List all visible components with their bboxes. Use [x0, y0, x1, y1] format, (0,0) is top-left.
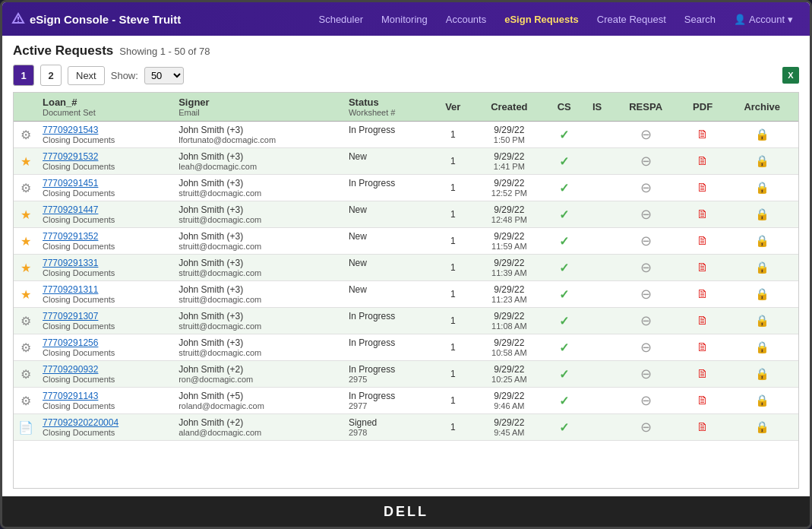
row-archive-cell[interactable]: 🔒 [725, 148, 798, 175]
next-page-button[interactable]: Next [68, 66, 105, 85]
respa-minus-icon: ⊖ [640, 180, 652, 195]
loan-number-link[interactable]: 77709291532 [43, 151, 98, 162]
loan-number-link[interactable]: 77709291307 [43, 311, 98, 322]
row-archive-cell[interactable]: 🔒 [725, 175, 798, 201]
loan-number-link[interactable]: 77709291451 [43, 178, 98, 188]
nav-account[interactable]: 👤 Account ▾ [726, 9, 801, 30]
row-icon-cell[interactable]: ★ [14, 228, 38, 255]
col-respa: RESPA [612, 93, 680, 122]
row-icon-cell[interactable]: ★ [14, 201, 38, 228]
row-archive-cell[interactable]: 🔒 [725, 308, 798, 334]
row-pdf-cell[interactable]: 🗎 [680, 334, 726, 361]
loan-number-link[interactable]: 77709291331 [43, 258, 98, 268]
row-pdf-cell[interactable]: 🗎 [680, 228, 726, 255]
row-loan-cell: 777092920220004 Closing Documents [38, 414, 174, 441]
row-signer-cell: John Smith (+3) leah@docmagic.com [174, 148, 344, 175]
signer-name: John Smith (+2) [179, 364, 340, 375]
row-archive-cell[interactable]: 🔒 [725, 228, 798, 255]
row-archive-cell[interactable]: 🔒 [725, 255, 798, 281]
row-cs-cell: ✓ [546, 388, 583, 414]
row-archive-cell[interactable]: 🔒 [725, 414, 798, 441]
signer-email: struitt@docmagic.com [179, 188, 340, 198]
date-main: 9/29/22 [477, 311, 542, 322]
cs-check-icon: ✓ [559, 261, 569, 274]
row-loan-cell: 77709291256 Closing Documents [38, 334, 174, 361]
row-is-cell [583, 175, 612, 201]
row-archive-cell[interactable]: 🔒 [725, 122, 798, 148]
row-archive-cell[interactable]: 🔒 [725, 281, 798, 308]
row-pdf-cell[interactable]: 🗎 [680, 175, 726, 201]
row-icon-cell[interactable]: ★ [14, 255, 38, 281]
loan-number-link[interactable]: 77709291311 [43, 284, 98, 295]
row-pdf-cell[interactable]: 🗎 [680, 361, 726, 388]
nav-accounts[interactable]: Accounts [438, 9, 494, 30]
row-archive-cell[interactable]: 🔒 [725, 388, 798, 414]
row-status-cell: In Progress [344, 308, 434, 334]
row-icon-cell[interactable]: 📄 [14, 414, 38, 441]
pdf-icon: 🗎 [697, 394, 709, 407]
row-date-cell: 9/29/22 10:25 AM [472, 361, 546, 388]
loan-number-link[interactable]: 77709291543 [43, 125, 98, 135]
row-icon-cell[interactable]: ⚙ [14, 175, 38, 201]
loan-number-link[interactable]: 77709291143 [43, 391, 98, 401]
row-ver-cell: 1 [434, 148, 473, 175]
doc-set-label: Closing Documents [43, 322, 169, 331]
signer-name: John Smith (+3) [179, 337, 340, 348]
row-cs-cell: ✓ [546, 255, 583, 281]
row-icon-cell[interactable]: ⚙ [14, 334, 38, 361]
row-icon-cell[interactable]: ★ [14, 148, 38, 175]
nav-search[interactable]: Search [677, 9, 723, 30]
nav-esign-requests[interactable]: eSign Requests [497, 9, 586, 30]
status-text: New [349, 284, 429, 295]
loan-number-link[interactable]: 77709291352 [43, 231, 98, 242]
status-text: In Progress [349, 364, 429, 375]
row-pdf-cell[interactable]: 🗎 [680, 201, 726, 228]
row-icon-cell[interactable]: ★ [14, 281, 38, 308]
export-excel-button[interactable]: X [782, 67, 799, 84]
row-cs-cell: ✓ [546, 228, 583, 255]
row-pdf-cell[interactable]: 🗎 [680, 388, 726, 414]
row-pdf-cell[interactable]: 🗎 [680, 255, 726, 281]
date-time: 1:50 PM [477, 135, 542, 144]
row-pdf-cell[interactable]: 🗎 [680, 281, 726, 308]
loan-number-link[interactable]: 77709290932 [43, 364, 98, 375]
show-label: Show: [111, 70, 138, 81]
row-pdf-cell[interactable]: 🗎 [680, 308, 726, 334]
row-icon-cell[interactable]: ⚙ [14, 122, 38, 148]
row-pdf-cell[interactable]: 🗎 [680, 148, 726, 175]
respa-minus-icon: ⊖ [640, 207, 652, 222]
nav-create-request[interactable]: Create Request [589, 9, 674, 30]
archive-lock-icon: 🔒 [755, 154, 769, 167]
pdf-icon: 🗎 [697, 341, 709, 353]
nav-monitoring[interactable]: Monitoring [374, 9, 435, 30]
loan-number-link[interactable]: 77709291447 [43, 204, 98, 215]
row-date-cell: 9/29/22 11:08 AM [472, 308, 546, 334]
row-archive-cell[interactable]: 🔒 [725, 361, 798, 388]
table-row: ★ 77709291331 Closing Documents John Smi… [14, 255, 798, 281]
signer-name: John Smith (+3) [179, 125, 340, 135]
row-icon-cell[interactable]: ⚙ [14, 361, 38, 388]
row-icon-cell[interactable]: ⚙ [14, 308, 38, 334]
page-2-button[interactable]: 2 [40, 65, 62, 86]
gear-icon: ⚙ [21, 182, 31, 195]
respa-minus-icon: ⊖ [640, 127, 652, 142]
page-1-button[interactable]: 1 [13, 65, 34, 86]
row-icon-cell[interactable]: ⚙ [14, 388, 38, 414]
row-cs-cell: ✓ [546, 148, 583, 175]
loan-number-link[interactable]: 777092920220004 [43, 417, 118, 428]
row-archive-cell[interactable]: 🔒 [725, 334, 798, 361]
gear-icon: ⚙ [21, 128, 31, 141]
show-select[interactable]: 50 25 100 [144, 67, 184, 84]
nav-scheduler[interactable]: Scheduler [311, 9, 371, 30]
signer-email: struitt@docmagic.com [179, 215, 340, 224]
row-archive-cell[interactable]: 🔒 [725, 201, 798, 228]
row-pdf-cell[interactable]: 🗎 [680, 414, 726, 441]
status-text: New [349, 258, 429, 268]
row-respa-cell: ⊖ [612, 388, 680, 414]
loan-number-link[interactable]: 77709291256 [43, 337, 98, 348]
col-archive: Archive [725, 93, 798, 122]
row-signer-cell: John Smith (+3) lfortunato@docmagic.com [174, 122, 344, 148]
row-is-cell [583, 281, 612, 308]
doc-set-label: Closing Documents [43, 215, 169, 224]
row-pdf-cell[interactable]: 🗎 [680, 122, 726, 148]
